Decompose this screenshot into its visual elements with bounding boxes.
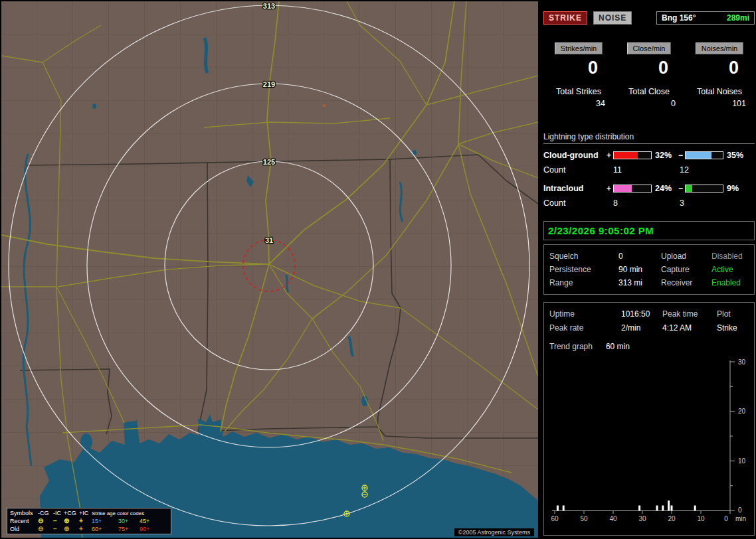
noise-indicator[interactable]: NOISE bbox=[593, 11, 632, 25]
cg-count-label: Count bbox=[543, 165, 613, 175]
cloud-ground-count-row: Count 11 12 bbox=[543, 165, 755, 175]
stats-row: Peak rate 2/min 4:12 AM Strike bbox=[549, 321, 749, 335]
bearing-distance: 289mi bbox=[727, 13, 749, 23]
legend-type-ncg: -CG bbox=[38, 510, 53, 516]
upload-status: Disabled bbox=[711, 250, 749, 263]
strikes-per-min-button[interactable]: Strikes/min bbox=[555, 42, 603, 54]
intracloud-count-row: Count 8 3 bbox=[543, 198, 755, 208]
indicator-row: STRIKE NOISE Bng 156° 289mi bbox=[543, 10, 755, 26]
trend-graph: 30 20 10 0 60 50 40 30 20 10 0 min bbox=[549, 354, 749, 528]
svg-text:60: 60 bbox=[551, 515, 559, 522]
minus-sign: − bbox=[676, 184, 685, 193]
total-noises-value: 101 bbox=[684, 99, 755, 108]
intracloud-row: Intracloud + 24% − 9% bbox=[543, 184, 755, 193]
legend-type-pic: +IC bbox=[79, 510, 92, 516]
stats-box: Uptime 1016:50 Peak time Plot Peak rate … bbox=[543, 302, 755, 536]
app-window: 313 219 125 31 Symbols -CG -IC +CG +IC S… bbox=[0, 0, 756, 539]
persistence-label: Persistence bbox=[549, 263, 618, 276]
map-canvas[interactable]: 313 219 125 31 bbox=[1, 1, 538, 538]
trend-bar bbox=[638, 506, 640, 511]
squelch-value: 0 bbox=[618, 250, 661, 263]
old-pic-icon: + bbox=[79, 526, 92, 532]
range-label: Range bbox=[549, 276, 618, 289]
close-counter-column: Close/min 0 Total Close 0 bbox=[614, 42, 684, 108]
old-ncg-icon: ⊖ bbox=[38, 526, 53, 532]
cloud-ground-row: Cloud-ground + 32% − 35% bbox=[543, 151, 755, 160]
age-60: 60+ bbox=[92, 526, 118, 532]
ring-label-313: 313 bbox=[263, 2, 275, 10]
old-pcg-icon: ⊕ bbox=[64, 526, 79, 532]
trend-axis-labels: 30 20 10 0 60 50 40 30 20 10 0 min bbox=[551, 358, 746, 522]
bearing-display: Bng 156° 289mi bbox=[656, 11, 755, 25]
settings-box: Squelch 0 Upload Disabled Persistence 90… bbox=[543, 244, 755, 295]
datetime: 2/23/2026 9:05:02 PM bbox=[548, 225, 654, 236]
receiver-status: Enabled bbox=[711, 276, 749, 289]
close-per-min-value: 0 bbox=[614, 58, 684, 77]
plus-sign: + bbox=[605, 184, 613, 193]
svg-text:0: 0 bbox=[724, 515, 728, 522]
total-strikes-label: Total Strikes bbox=[543, 87, 614, 96]
total-strikes-value: 34 bbox=[543, 99, 614, 108]
ic-plus-bar-fill bbox=[614, 185, 632, 192]
trend-graph-header: Trend graph 60 min bbox=[549, 342, 749, 351]
svg-text:0: 0 bbox=[738, 506, 742, 514]
recent-pcg-icon: ⊕ bbox=[64, 518, 79, 524]
recent-nic-icon: − bbox=[53, 518, 64, 524]
trend-bar bbox=[563, 506, 565, 511]
age-90: 90+ bbox=[140, 526, 161, 532]
noises-per-min-value: 0 bbox=[684, 58, 755, 77]
squelch-label: Squelch bbox=[549, 250, 618, 263]
map[interactable]: 313 219 125 31 Symbols -CG -IC +CG +IC S… bbox=[1, 1, 538, 538]
intracloud-label: Intracloud bbox=[543, 184, 605, 193]
peak-rate-label: Peak rate bbox=[549, 321, 621, 335]
ic-plus-bar bbox=[613, 185, 652, 193]
trend-graph-label: Trend graph bbox=[549, 342, 593, 351]
legend-recent-label: Recent bbox=[10, 518, 38, 524]
svg-text:10: 10 bbox=[738, 457, 746, 465]
cg-plus-count: 11 bbox=[613, 165, 680, 175]
trend-axes bbox=[552, 360, 735, 514]
cg-plus-bar-fill bbox=[614, 152, 638, 159]
ic-count-label: Count bbox=[543, 198, 613, 208]
trend-bars bbox=[557, 501, 696, 510]
noises-per-min-button[interactable]: Noises/min bbox=[696, 42, 743, 54]
trend-bar bbox=[656, 506, 658, 511]
status-panel: STRIKE NOISE Bng 156° 289mi Strikes/min … bbox=[543, 1, 755, 538]
svg-text:30: 30 bbox=[638, 515, 646, 522]
persistence-value: 90 min bbox=[618, 263, 661, 276]
ic-plus-count: 8 bbox=[613, 198, 680, 208]
close-per-min-button[interactable]: Close/min bbox=[627, 42, 672, 54]
age-30: 30+ bbox=[118, 518, 140, 524]
recent-pic-icon: + bbox=[79, 518, 92, 524]
range-value: 313 mi bbox=[618, 276, 661, 289]
minus-sign: − bbox=[676, 151, 685, 160]
uptime-label: Uptime bbox=[549, 307, 621, 321]
datetime-box: 2/23/2026 9:05:02 PM bbox=[543, 221, 755, 240]
strike-indicator[interactable]: STRIKE bbox=[543, 11, 587, 25]
cg-minus-bar-fill bbox=[686, 152, 711, 159]
old-nic-icon: − bbox=[53, 526, 64, 532]
age-45: 45+ bbox=[140, 518, 161, 524]
ring-label-31: 31 bbox=[265, 236, 273, 244]
peak-rate-value: 2/min bbox=[621, 321, 662, 335]
counters: Strikes/min 0 Total Strikes 34 Close/min… bbox=[543, 42, 755, 108]
legend-symbols-header: Symbols bbox=[10, 510, 38, 516]
plus-sign: + bbox=[605, 151, 613, 160]
trend-bar bbox=[694, 506, 696, 511]
capture-status: Active bbox=[711, 263, 749, 276]
total-close-label: Total Close bbox=[614, 87, 684, 96]
cloud-ground-label: Cloud-ground bbox=[543, 151, 605, 160]
svg-text:30: 30 bbox=[738, 358, 746, 366]
cg-plus-bar bbox=[613, 151, 652, 159]
age-75: 75+ bbox=[118, 526, 140, 532]
peak-time-label: Peak time bbox=[662, 307, 717, 321]
trend-bar bbox=[662, 506, 664, 511]
peak-time-value: 4:12 AM bbox=[662, 321, 717, 335]
noises-counter-column: Noises/min 0 Total Noises 101 bbox=[684, 42, 755, 108]
stats-row: Uptime 1016:50 Peak time Plot bbox=[549, 307, 749, 321]
ic-plus-pct: 24% bbox=[652, 184, 676, 193]
ic-minus-bar bbox=[685, 185, 723, 193]
trend-bar bbox=[557, 506, 559, 511]
plot-label: Plot bbox=[717, 307, 749, 321]
legend-type-nic: -IC bbox=[53, 510, 64, 516]
